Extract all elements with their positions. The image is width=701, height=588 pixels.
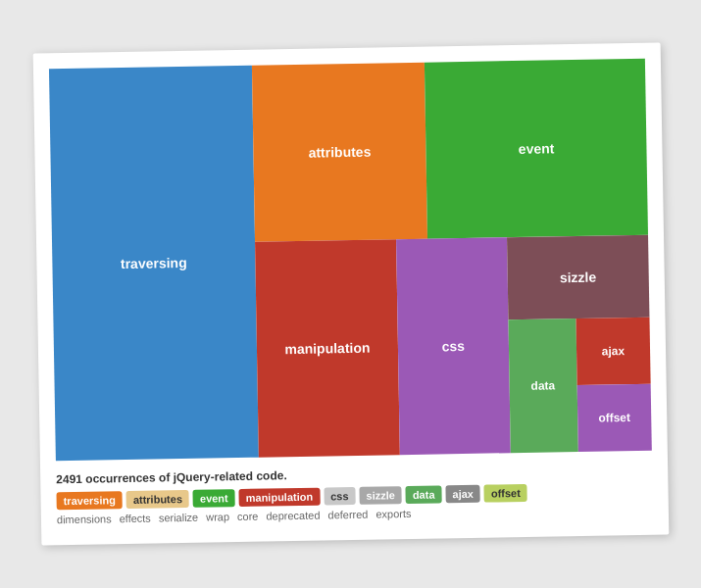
col-traversing: traversing — [48, 66, 258, 462]
cell-sizzle[interactable]: sizzle — [506, 235, 649, 319]
legend-effects: effects — [119, 513, 150, 525]
row-top: attributes event — [251, 59, 647, 242]
legend-core: core — [236, 511, 258, 522]
manipulation-label: manipulation — [284, 340, 370, 358]
ajax-label: ajax — [601, 344, 625, 358]
main-card: traversing attributes event manipulation — [32, 42, 669, 545]
legend-event[interactable]: event — [192, 489, 234, 508]
treemap: traversing attributes event manipulation — [48, 59, 651, 462]
sizzle-label: sizzle — [559, 269, 596, 285]
legend-attributes[interactable]: attributes — [125, 490, 188, 509]
legend-deprecated: deprecated — [266, 510, 320, 522]
event-label: event — [518, 140, 554, 157]
cell-attributes[interactable]: attributes — [251, 63, 427, 242]
attributes-label: attributes — [308, 144, 371, 161]
legend-data[interactable]: data — [405, 485, 441, 504]
col-sub-right: sizzle data ajax offset — [506, 235, 651, 453]
cell-event[interactable]: event — [425, 59, 648, 239]
legend-traversing[interactable]: traversing — [56, 491, 123, 510]
cell-css[interactable]: css — [396, 237, 510, 455]
legend-offset[interactable]: offset — [483, 484, 526, 503]
cell-data[interactable]: data — [507, 318, 577, 454]
legend-deferred: deferred — [327, 509, 368, 521]
legend-wrap: wrap — [206, 511, 229, 522]
legend-exports: exports — [376, 508, 411, 520]
legend-dimensions: dimensions — [56, 513, 111, 525]
offset-label: offset — [598, 411, 630, 425]
row-bottom: manipulation css sizzle data — [254, 235, 651, 458]
css-label: css — [441, 338, 465, 354]
col-ajax-offset: ajax offset — [576, 317, 651, 452]
legend-serialize: serialize — [158, 512, 198, 524]
legend-sizzle[interactable]: sizzle — [359, 486, 402, 505]
cell-offset[interactable]: offset — [576, 383, 651, 451]
footer: 2491 occurrences of jQuery-related code.… — [56, 463, 653, 526]
row-small: data ajax offset — [507, 317, 651, 453]
legend-ajax[interactable]: ajax — [445, 485, 480, 504]
cell-traversing[interactable]: traversing — [48, 66, 258, 462]
legend-manipulation[interactable]: manipulation — [238, 488, 320, 507]
legend-css[interactable]: css — [323, 487, 355, 506]
cell-ajax[interactable]: ajax — [576, 317, 650, 384]
data-label: data — [530, 378, 555, 392]
col-right: attributes event manipulation css sizzle — [251, 59, 651, 458]
cell-manipulation[interactable]: manipulation — [254, 239, 399, 457]
traversing-label: traversing — [120, 255, 186, 271]
